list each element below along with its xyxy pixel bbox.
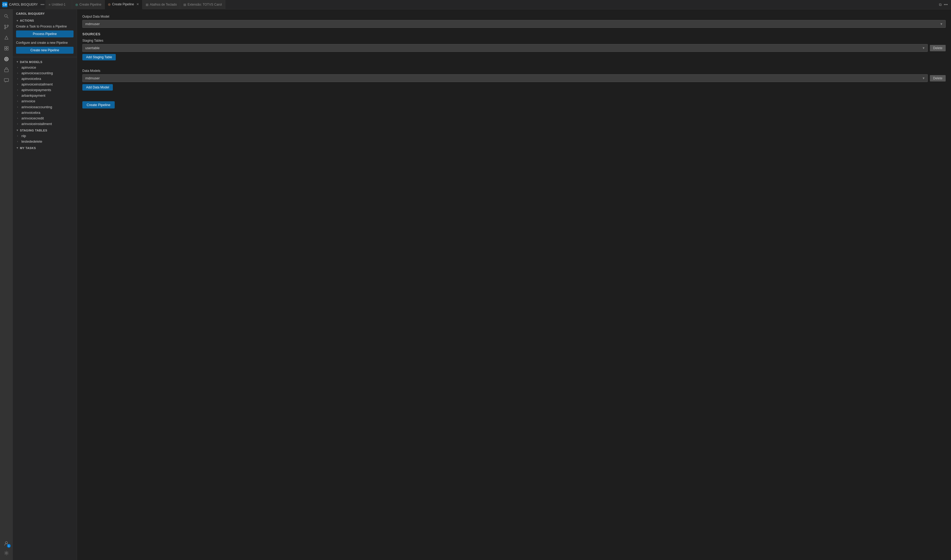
tree-item-nlp[interactable]: › nlp: [13, 133, 77, 138]
staging-tables-chevron: ▼: [16, 129, 19, 132]
more-menu-button[interactable]: •••: [39, 2, 45, 7]
svg-rect-8: [5, 49, 6, 50]
sidebar: CAROL BIGQUERY ▼ ACTIONS Create a Task t…: [13, 9, 77, 560]
add-staging-table-button[interactable]: Add Staging Table: [82, 54, 116, 60]
more-actions-button[interactable]: •••: [944, 2, 948, 7]
activity-extensions[interactable]: [2, 43, 11, 53]
activity-comments[interactable]: [2, 75, 11, 85]
tree-item-arinvoicebra[interactable]: › arinvoicebra: [13, 110, 77, 115]
tab-create-pipeline-2[interactable]: ◎ Create Pipeline: [72, 0, 105, 9]
activity-search[interactable]: [2, 11, 11, 21]
process-pipeline-button[interactable]: Process Pipeline: [16, 31, 74, 37]
tab-untitled[interactable]: ≡ Untitled-1: [45, 0, 72, 9]
chevron-arinvoiceaccounting: ›: [17, 106, 20, 108]
tab-create-pipeline-active[interactable]: ◎ Create Pipeline ✕: [105, 0, 142, 9]
activity-packages[interactable]: [2, 65, 11, 75]
chevron-arinvoicecredit: ›: [17, 117, 20, 120]
activity-deploy[interactable]: [2, 33, 11, 43]
tree-item-apinvoicepayments[interactable]: › apinvoicepayments: [13, 87, 77, 93]
tab-icon-untitled: ≡: [49, 3, 50, 6]
tab-label-untitled: Untitled-1: [52, 3, 66, 6]
svg-point-11: [6, 58, 7, 60]
svg-point-0: [5, 14, 7, 17]
tree-item-arbankpayment[interactable]: › arbankpayment: [13, 93, 77, 98]
output-data-model-label: Output Data Model: [82, 15, 946, 18]
tab-close-button[interactable]: ✕: [136, 2, 139, 6]
account-badge: 1: [7, 544, 11, 548]
chevron-arinvoiceinstallment: ›: [17, 122, 20, 125]
my-tasks-section-header[interactable]: ▼ MY TASKS: [13, 144, 77, 151]
staging-tables-field-row: Staging Tables usertable nlp testededele…: [82, 39, 946, 65]
svg-point-15: [6, 552, 7, 554]
app-name: CAROL BIGQUERY: [9, 3, 38, 6]
tab-icon-create2: ◎: [76, 3, 78, 6]
tab-extension[interactable]: ▤ Extensão: TOTVS Carol: [180, 0, 225, 9]
tree-item-arinvoiceinstallment[interactable]: › arinvoiceinstallment: [13, 121, 77, 127]
chevron-arinvoicebra: ›: [17, 111, 20, 114]
activity-carol[interactable]: [2, 54, 11, 64]
staging-tables-label: Staging Tables: [82, 39, 946, 43]
actions-section-header[interactable]: ▼ ACTIONS: [13, 17, 77, 23]
arinvoice-action-icon[interactable]: ⊡: [70, 99, 74, 103]
svg-point-3: [7, 25, 9, 26]
tree-item-testededelete[interactable]: › testededelete: [13, 138, 77, 144]
data-models-section-header[interactable]: ▼ DATA MODELS: [13, 58, 77, 65]
app-logo: CB: [2, 2, 8, 7]
chevron-apinvoiceinstallment: ›: [17, 83, 20, 86]
chevron-testededelete: ›: [17, 140, 20, 143]
tab-label-create2: Create Pipeline: [79, 3, 101, 6]
tree-item-apinvoiceinstallment[interactable]: › apinvoiceinstallment: [13, 82, 77, 87]
create-pipeline-block: Configure and create a new Pipeline Crea…: [13, 40, 77, 56]
tree-item-apinvoicebra[interactable]: › apinvoicebra: [13, 76, 77, 82]
create-new-pipeline-button[interactable]: Create new Pipeline: [16, 47, 74, 54]
svg-rect-9: [7, 49, 8, 50]
data-model-delete-button[interactable]: Delete: [930, 75, 946, 82]
chevron-apinvoiceaccounting: ›: [17, 72, 20, 75]
titlebar-right: ⧉ •••: [939, 2, 949, 7]
staging-tables-row: usertable nlp testededelete ▼ Delete: [82, 44, 946, 52]
create-pipeline-label: Configure and create a new Pipeline: [16, 41, 74, 45]
activity-settings[interactable]: [2, 548, 11, 558]
tree-item-arinvoice[interactable]: › arinvoice ⊡: [13, 98, 77, 104]
chevron-apinvoicepayments: ›: [17, 88, 20, 91]
tab-icon-keyboard: ▤: [146, 3, 148, 6]
chevron-arbankpayment: ›: [17, 94, 20, 97]
staging-tables-tree: › nlp › testededelete: [13, 133, 77, 144]
split-editor-button[interactable]: ⧉: [939, 2, 942, 7]
chevron-apinvoicebra: ›: [17, 77, 20, 80]
data-models-field-label: Data Models: [82, 69, 946, 73]
actions-chevron: ▼: [16, 19, 19, 22]
tab-label-active: Create Pipeline: [112, 2, 134, 6]
output-data-model-row: Output Data Model mdmuser apinvoice apin…: [82, 15, 946, 28]
create-pipeline-submit-button[interactable]: Create Pipeline: [82, 101, 115, 108]
data-model-select[interactable]: mdmuser apinvoice: [82, 74, 928, 82]
chevron-nlp: ›: [17, 134, 20, 137]
svg-point-4: [5, 28, 6, 29]
tree-item-apinvoice[interactable]: › apinvoice: [13, 65, 77, 70]
activity-source-control[interactable]: [2, 22, 11, 32]
app-branding: CB CAROL BIGQUERY •••: [2, 2, 45, 7]
activity-account[interactable]: 1: [2, 538, 11, 548]
process-pipeline-block: Create a Task to Process a Pipeline Proc…: [13, 23, 77, 40]
tree-item-arinvoicecredit[interactable]: › arinvoicecredit: [13, 115, 77, 121]
chevron-arinvoice: ›: [17, 100, 20, 103]
staging-table-delete-button[interactable]: Delete: [930, 45, 946, 51]
sources-heading: SOURCES: [82, 32, 946, 36]
data-models-row: mdmuser apinvoice ▼ Delete: [82, 74, 946, 82]
staging-table-select-wrapper: usertable nlp testededelete ▼: [82, 44, 928, 52]
tab-icon-active: ◎: [108, 3, 111, 6]
svg-rect-12: [5, 69, 8, 72]
tab-keyboard[interactable]: ▤ Atalhos de Teclado: [142, 0, 180, 9]
output-data-model-select[interactable]: mdmuser apinvoice apinvoiceaccounting: [82, 20, 946, 28]
tree-item-arinvoiceaccounting[interactable]: › arinvoiceaccounting: [13, 104, 77, 110]
tabs-bar: ≡ Untitled-1 ◎ Create Pipeline ◎ Create …: [45, 0, 939, 9]
tree-item-apinvoiceaccounting[interactable]: › apinvoiceaccounting: [13, 70, 77, 76]
activity-bar: 1: [0, 9, 13, 560]
staging-table-select[interactable]: usertable nlp testededelete: [82, 44, 928, 52]
my-tasks-chevron: ▼: [16, 146, 19, 149]
svg-point-10: [5, 57, 8, 61]
titlebar: CB CAROL BIGQUERY ••• ≡ Untitled-1 ◎ Cre…: [0, 0, 951, 9]
staging-tables-section-header[interactable]: ▼ STAGING TABLES: [13, 127, 77, 133]
activity-bottom: 1: [2, 538, 11, 558]
add-data-model-button[interactable]: Add Data Model: [82, 84, 113, 91]
